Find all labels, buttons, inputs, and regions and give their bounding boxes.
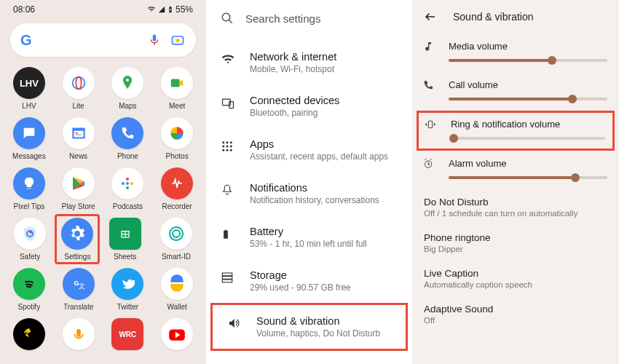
phone-icon	[422, 79, 434, 91]
media-volume: Media volume	[412, 33, 619, 72]
vibrate-icon	[425, 119, 436, 130]
svg-rect-39	[225, 230, 226, 231]
svg-rect-9	[75, 135, 82, 135]
search-icon	[221, 12, 234, 25]
app-safety[interactable]: Safety	[7, 218, 52, 261]
app-partial-1[interactable]	[7, 318, 52, 353]
app-meet[interactable]: Meet	[154, 67, 200, 110]
app-sheets[interactable]: Sheets	[103, 218, 148, 261]
app-partial-2[interactable]	[56, 318, 101, 353]
bell-icon	[221, 182, 237, 197]
svg-point-1	[176, 39, 180, 42]
svg-point-35	[222, 149, 224, 151]
adaptive-sound-item[interactable]: Adaptive Sound Off	[412, 296, 619, 332]
svg-point-29	[222, 141, 224, 143]
page-title: Sound & vibration	[453, 11, 534, 23]
sound-page-header: Sound & vibration	[412, 0, 619, 33]
svg-rect-23	[76, 329, 81, 337]
alarm-volume-slider[interactable]	[449, 176, 607, 179]
app-photos[interactable]: Photos	[154, 117, 200, 160]
status-right: 55%	[146, 4, 193, 15]
sound-vibration-panel: Sound & vibration Media volume Call volu…	[412, 0, 619, 364]
settings-list: Network & internetMobile, Wi-Fi, hotspot…	[206, 36, 412, 351]
app-news[interactable]: News	[56, 117, 101, 160]
svg-point-20	[173, 230, 180, 237]
app-messages[interactable]: Messages	[7, 117, 52, 160]
svg-point-4	[126, 79, 129, 82]
app-lite[interactable]: Lite	[56, 67, 101, 110]
apps-grid: LHVLHV Lite Maps Meet Messages News Phon…	[0, 67, 206, 353]
signal-icon	[158, 5, 165, 14]
svg-point-36	[226, 149, 229, 151]
svg-text:文: 文	[79, 282, 85, 290]
apps-icon	[221, 138, 237, 153]
settings-item-notifications[interactable]: NotificationsNotification history, conve…	[206, 172, 412, 215]
call-volume: Call volume	[412, 72, 619, 111]
live-caption-item[interactable]: Live Caption Automatically caption speec…	[412, 261, 619, 296]
wifi-icon	[221, 51, 237, 67]
app-spotify[interactable]: Spotify	[7, 268, 52, 311]
app-translate[interactable]: G文Translate	[56, 268, 101, 311]
battery-icon	[167, 4, 174, 15]
app-play-store[interactable]: Play Store	[56, 167, 101, 210]
app-recorder[interactable]: Recorder	[154, 167, 200, 210]
app-podcasts[interactable]: Podcasts	[105, 167, 150, 210]
ring-volume-slider[interactable]	[451, 137, 605, 140]
call-volume-slider[interactable]	[449, 98, 607, 100]
settings-item-connected[interactable]: Connected devicesBluetooth, pairing	[206, 84, 412, 128]
google-search-bar[interactable]: G	[10, 23, 196, 57]
svg-point-32	[222, 146, 224, 148]
dnd-item[interactable]: Do Not Disturb Off / 1 schedule can turn…	[412, 189, 619, 225]
svg-point-25	[222, 13, 230, 21]
svg-point-34	[230, 146, 232, 148]
svg-point-19	[170, 227, 183, 240]
svg-rect-7	[74, 131, 83, 138]
settings-search[interactable]: Search settings	[206, 0, 412, 36]
svg-rect-8	[75, 132, 77, 134]
back-icon[interactable]	[424, 10, 437, 23]
app-wallet[interactable]: Wallet	[154, 268, 200, 311]
svg-point-10	[122, 182, 125, 185]
app-partial-3[interactable]: WRC	[105, 318, 150, 353]
wifi-icon	[146, 5, 157, 14]
app-pixel-tips[interactable]: Pixel Tips	[7, 167, 52, 210]
status-bar: 08:06 55%	[0, 0, 206, 19]
svg-point-37	[230, 149, 232, 151]
app-lhv[interactable]: LHVLHV	[7, 67, 52, 110]
svg-point-33	[226, 146, 229, 148]
app-phone[interactable]: Phone	[105, 117, 150, 160]
app-maps[interactable]: Maps	[105, 67, 150, 110]
svg-rect-5	[171, 79, 180, 87]
volume-icon	[227, 315, 243, 330]
svg-point-31	[230, 141, 232, 143]
devices-icon	[221, 95, 237, 111]
battery-text: 55%	[176, 4, 193, 15]
app-twitter[interactable]: Twitter	[105, 268, 150, 311]
svg-rect-43	[428, 121, 432, 127]
svg-point-13	[130, 182, 133, 185]
svg-rect-38	[224, 231, 228, 239]
app-settings[interactable]: Settings	[55, 214, 100, 264]
alarm-icon	[422, 158, 434, 170]
ring-notification-volume: Ring & notification volume	[417, 111, 615, 151]
app-smart-id[interactable]: Smart-ID	[154, 218, 199, 261]
media-volume-slider[interactable]	[449, 59, 607, 62]
settings-item-battery[interactable]: Battery53% - 1 hr, 10 min left until ful…	[206, 215, 412, 259]
google-logo: G	[20, 32, 32, 49]
camera-icon[interactable]	[170, 32, 186, 48]
settings-item-sound[interactable]: Sound & vibrationVolume, haptics, Do Not…	[210, 303, 408, 351]
settings-item-apps[interactable]: AppsAssistant, recent apps, default apps	[206, 128, 412, 172]
svg-point-30	[226, 141, 229, 143]
svg-rect-42	[222, 280, 232, 282]
settings-item-storage[interactable]: Storage29% used - 90.57 GB free	[206, 259, 412, 303]
settings-item-network[interactable]: Network & internetMobile, Wi-Fi, hotspot	[206, 41, 412, 84]
svg-point-3	[76, 77, 81, 90]
storage-icon	[221, 269, 237, 284]
ringtone-item[interactable]: Phone ringtone Big Dipper	[412, 225, 619, 261]
search-placeholder: Search settings	[245, 12, 320, 25]
app-partial-4[interactable]	[154, 318, 200, 353]
svg-line-26	[229, 20, 232, 23]
alarm-volume: Alarm volume	[412, 151, 619, 189]
mic-icon[interactable]	[146, 32, 162, 48]
music-note-icon	[422, 41, 434, 52]
